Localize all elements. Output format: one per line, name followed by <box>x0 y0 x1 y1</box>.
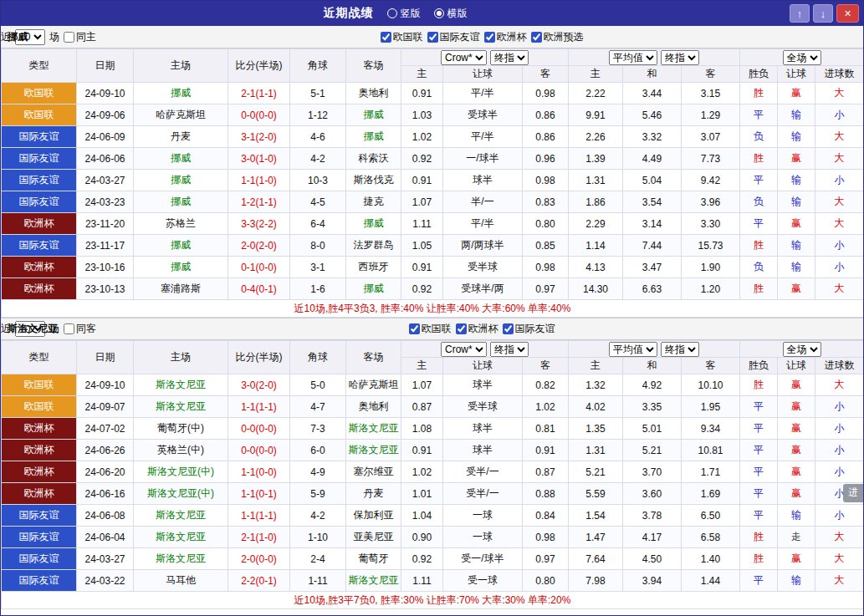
result-outcome: 平 <box>740 461 778 483</box>
match-row: 欧洲杯23-10-16挪威0-1(0-0)3-1西班牙0.91受半球0.984.… <box>2 257 864 278</box>
match-date: 24-09-10 <box>77 374 134 396</box>
topbar: 近期战绩 竖版 横版 ↑ ↓ × <box>1 1 863 26</box>
corner-score: 8-0 <box>290 235 346 257</box>
avg-odds-draw: 5.46 <box>623 104 682 126</box>
league-filter[interactable]: 欧洲杯 <box>456 322 498 336</box>
home-team: 斯洛文尼亚(中) <box>134 483 228 505</box>
radio-circle-icon <box>387 8 397 18</box>
float-button[interactable]: 进 <box>843 484 863 502</box>
avg-odds-home: 1.35 <box>569 418 623 440</box>
avg-odds-draw: 5.04 <box>623 170 682 191</box>
result-goals: 大 <box>815 213 864 235</box>
avg-odds-draw: 3.14 <box>623 213 682 235</box>
col-handicap: 让球 <box>443 66 523 83</box>
result-goals: 大 <box>815 126 864 148</box>
league-checkbox[interactable] <box>531 32 542 43</box>
handicap-line: 受球半 <box>443 104 523 126</box>
handicap-line: 两/两球半 <box>443 235 523 257</box>
same-venue-checkbox[interactable] <box>64 323 74 334</box>
avg-odds-home: 1.31 <box>569 170 623 191</box>
average-odds-type-select[interactable]: 终指 <box>661 50 699 65</box>
section-header-slovenia: 斯洛文尼亚 近 10 场 同客 欧国联欧洲杯国际友谊 <box>1 318 863 340</box>
col-date: 日期 <box>77 49 134 83</box>
close-button[interactable]: × <box>836 4 859 23</box>
col-score: 比分(半场) <box>228 49 290 83</box>
result-goals: 小 <box>815 505 864 527</box>
avg-odds-draw: 6.63 <box>623 278 682 300</box>
league-filter[interactable]: 欧国联 <box>409 322 452 336</box>
away-team: 保加利亚 <box>346 505 401 527</box>
col-result-goals: 进球数 <box>815 66 864 83</box>
bookmaker-select[interactable]: Crow* <box>441 342 487 357</box>
corner-score: 5-9 <box>290 483 346 505</box>
fulltime-select[interactable]: 全场 <box>783 342 821 357</box>
layout-radio-vertical[interactable]: 竖版 <box>387 7 421 21</box>
away-team: 斯洛文尼亚 <box>346 418 401 440</box>
match-row: 欧洲杯24-06-16斯洛文尼亚(中)1-1(0-1)5-9丹麦1.01受半/一… <box>2 483 864 505</box>
league-filter[interactable]: 欧洲杯 <box>484 30 527 44</box>
league-checkbox[interactable] <box>503 323 514 334</box>
handicap-odds-away: 0.91 <box>523 440 569 461</box>
result-outcome: 平 <box>740 104 778 126</box>
corner-score: 6-4 <box>290 213 346 235</box>
avg-odds-home: 5.59 <box>569 483 623 505</box>
match-row: 欧国联24-09-06哈萨克斯坦0-0(0-0)1-12挪威1.03受球半0.8… <box>2 104 864 126</box>
avg-odds-draw: 3.60 <box>623 483 682 505</box>
avg-odds-home: 1.86 <box>569 191 623 213</box>
league-checkbox[interactable] <box>484 32 495 43</box>
match-type-badge: 国际友谊 <box>2 148 77 170</box>
match-score: 0-0(0-0) <box>228 440 290 461</box>
league-checkbox[interactable] <box>381 32 391 43</box>
league-checkbox[interactable] <box>456 323 467 334</box>
match-type-badge: 欧国联 <box>2 374 77 396</box>
result-outcome: 胜 <box>740 374 778 396</box>
league-filter[interactable]: 欧国联 <box>381 30 423 44</box>
avg-odds-away: 1.95 <box>682 396 740 418</box>
handicap-odds-away: 0.84 <box>523 505 569 527</box>
average-select[interactable]: 平均值 <box>609 50 657 65</box>
same-venue-filter[interactable]: 同主 <box>64 30 96 44</box>
handicap-line: 受半球 <box>443 257 523 278</box>
same-venue-checkbox[interactable] <box>64 32 74 43</box>
result-handicap: 输 <box>778 126 815 148</box>
match-score: 1-1(0-1) <box>228 483 290 505</box>
handicap-line: 平/半 <box>443 213 523 235</box>
handicap-line: 一球 <box>443 527 523 548</box>
avg-odds-draw: 4.49 <box>623 148 682 170</box>
avg-odds-away: 1.71 <box>682 461 740 483</box>
league-filter[interactable]: 国际友谊 <box>503 322 555 336</box>
match-row: 欧洲杯23-10-13塞浦路斯0-4(0-1)1-6挪威0.92受球半/两0.9… <box>2 278 864 300</box>
match-date: 24-06-06 <box>77 148 134 170</box>
handicap-odds-away: 1.02 <box>523 396 569 418</box>
match-type-badge: 国际友谊 <box>2 126 77 148</box>
match-type-badge: 国际友谊 <box>2 527 77 548</box>
match-score: 3-3(2-2) <box>228 213 290 235</box>
result-outcome: 负 <box>740 191 778 213</box>
match-row: 欧洲杯24-06-20斯洛文尼亚(中)1-1(0-0)4-9塞尔维亚1.02受半… <box>2 461 864 483</box>
league-checkbox[interactable] <box>409 323 420 334</box>
avg-odds-home: 1.54 <box>569 505 623 527</box>
scroll-down-button[interactable]: ↓ <box>813 4 833 23</box>
match-row: 欧洲杯24-06-26英格兰(中)0-0(0-0)6-0斯洛文尼亚0.91球半0… <box>2 440 864 461</box>
result-handicap: 输 <box>778 257 815 278</box>
league-filter[interactable]: 欧洲预选 <box>531 30 584 44</box>
handicap-odds-type-select[interactable]: 终指 <box>490 342 529 357</box>
handicap-odds-type-select[interactable]: 终指 <box>490 50 529 65</box>
same-venue-filter[interactable]: 同客 <box>64 322 96 336</box>
average-odds-type-select[interactable]: 终指 <box>661 342 699 357</box>
league-filter[interactable]: 国际友谊 <box>427 30 480 44</box>
result-outcome: 胜 <box>740 527 778 548</box>
corner-score: 7-3 <box>290 418 346 440</box>
layout-radio-horizontal[interactable]: 横版 <box>434 7 468 21</box>
fulltime-select[interactable]: 全场 <box>783 50 821 65</box>
result-goals: 小 <box>815 170 864 191</box>
avg-odds-away: 1.44 <box>682 570 740 592</box>
bookmaker-select[interactable]: Crow* <box>441 50 487 65</box>
scroll-up-button[interactable]: ↑ <box>790 4 810 23</box>
average-select[interactable]: 平均值 <box>609 342 657 357</box>
match-date: 24-06-26 <box>77 440 134 461</box>
match-row: 国际友谊24-06-09丹麦3-1(2-0)4-6挪威1.02平/半0.862.… <box>2 126 864 148</box>
handicap-line: 平/半 <box>443 83 523 104</box>
league-checkbox[interactable] <box>427 32 438 43</box>
result-outcome: 胜 <box>740 235 778 257</box>
